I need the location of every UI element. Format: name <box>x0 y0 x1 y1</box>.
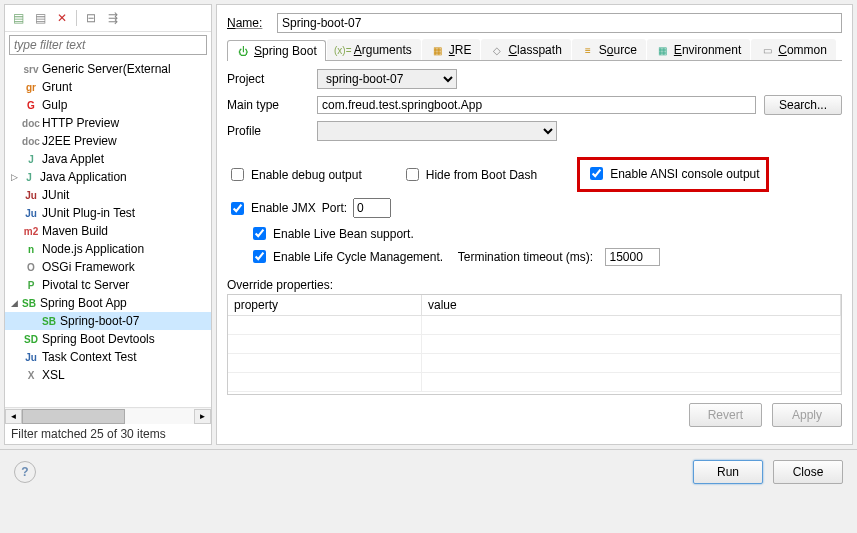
enable-debug-checkbox[interactable]: Enable debug output <box>227 165 362 184</box>
revert-button[interactable]: Revert <box>689 403 762 427</box>
jmx-port-input[interactable] <box>353 198 391 218</box>
tree-item[interactable]: docJ2EE Preview <box>5 132 211 150</box>
tree-item[interactable]: ◢SBSpring Boot App <box>5 294 211 312</box>
maintype-input[interactable] <box>317 96 756 114</box>
filter-status: Filter matched 25 of 30 items <box>5 424 211 444</box>
left-panel: ▤ ▤ ✕ ⊟ ⇶ srvGeneric Server(ExternalgrGr… <box>4 4 212 445</box>
project-label: Project <box>227 72 317 86</box>
config-tree[interactable]: srvGeneric Server(ExternalgrGruntGGulpdo… <box>5 58 211 407</box>
col-property[interactable]: property <box>228 295 422 316</box>
tree-toolbar: ▤ ▤ ✕ ⊟ ⇶ <box>5 5 211 32</box>
termination-timeout-input[interactable] <box>605 248 660 266</box>
bottom-bar: ? Run Close <box>0 450 857 494</box>
termination-timeout-label: Termination timeout (ms): <box>458 250 593 264</box>
enable-jmx-checkbox[interactable]: Enable JMX <box>227 199 316 218</box>
tree-item[interactable]: JuJUnit Plug-in Test <box>5 204 211 222</box>
tree-item[interactable]: JuJUnit <box>5 186 211 204</box>
tab-environment[interactable]: ▦Environment <box>647 39 750 60</box>
tabs-row: ⏻Spring Boot(x)=Arguments▦JRE◇Classpath≡… <box>227 39 842 61</box>
live-bean-checkbox[interactable]: Enable Live Bean support. <box>249 224 414 243</box>
tree-item[interactable]: nNode.js Application <box>5 240 211 258</box>
port-label: Port: <box>322 201 347 215</box>
maintype-label: Main type <box>227 98 317 112</box>
tab-spring-boot[interactable]: ⏻Spring Boot <box>227 40 326 61</box>
new-config-button[interactable]: ▤ <box>8 8 28 28</box>
run-button[interactable]: Run <box>693 460 763 484</box>
tab-common[interactable]: ▭Common <box>751 39 836 60</box>
tree-item[interactable]: PPivotal tc Server <box>5 276 211 294</box>
tree-item[interactable]: SBSpring-boot-07 <box>5 312 211 330</box>
filter-input[interactable] <box>9 35 207 55</box>
close-button[interactable]: Close <box>773 460 843 484</box>
tab-source[interactable]: ≡Source <box>572 39 646 60</box>
delete-button[interactable]: ✕ <box>52 8 72 28</box>
tree-item[interactable]: GGulp <box>5 96 211 114</box>
horizontal-scrollbar[interactable]: ◄ ► <box>5 407 211 424</box>
search-button[interactable]: Search... <box>764 95 842 115</box>
tree-item[interactable]: OOSGi Framework <box>5 258 211 276</box>
override-properties-table[interactable]: property value <box>227 294 842 395</box>
name-label: Name: <box>227 16 277 30</box>
apply-button[interactable]: Apply <box>772 403 842 427</box>
filter-button[interactable]: ⇶ <box>103 8 123 28</box>
name-input[interactable] <box>277 13 842 33</box>
tree-item[interactable]: SDSpring Boot Devtools <box>5 330 211 348</box>
tab-jre[interactable]: ▦JRE <box>422 39 481 60</box>
tree-item[interactable]: ▷JJava Application <box>5 168 211 186</box>
right-panel: Name: ⏻Spring Boot(x)=Arguments▦JRE◇Clas… <box>216 4 853 445</box>
help-icon[interactable]: ? <box>14 461 36 483</box>
tab-arguments[interactable]: (x)=Arguments <box>327 39 421 60</box>
tree-item[interactable]: JuTask Context Test <box>5 348 211 366</box>
collapse-all-button[interactable]: ⊟ <box>81 8 101 28</box>
tree-item[interactable]: XXSL <box>5 366 211 384</box>
hide-from-dash-checkbox[interactable]: Hide from Boot Dash <box>402 165 537 184</box>
ansi-highlight-box: Enable ANSI console output <box>577 157 768 192</box>
tree-item[interactable]: srvGeneric Server(External <box>5 60 211 78</box>
duplicate-button[interactable]: ▤ <box>30 8 50 28</box>
col-value[interactable]: value <box>422 295 841 316</box>
tab-classpath[interactable]: ◇Classpath <box>481 39 570 60</box>
override-properties-label: Override properties: <box>227 278 842 292</box>
tree-item[interactable]: JJava Applet <box>5 150 211 168</box>
tree-item[interactable]: m2Maven Build <box>5 222 211 240</box>
profile-label: Profile <box>227 124 317 138</box>
tree-item[interactable]: docHTTP Preview <box>5 114 211 132</box>
profile-select[interactable] <box>317 121 557 141</box>
lifecycle-checkbox[interactable]: Enable Life Cycle Management. <box>249 247 443 266</box>
project-select[interactable]: spring-boot-07 <box>317 69 457 89</box>
tree-item[interactable]: grGrunt <box>5 78 211 96</box>
enable-ansi-checkbox[interactable]: Enable ANSI console output <box>586 164 759 183</box>
